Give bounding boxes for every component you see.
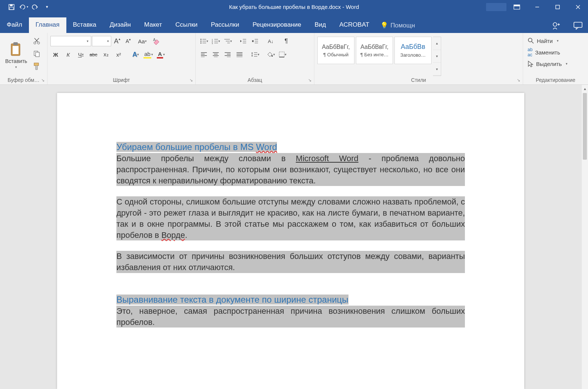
copy-button[interactable] (32, 49, 42, 59)
line-spacing-button[interactable]: ▾ (250, 49, 260, 60)
font-size-combo[interactable]: ▾ (92, 36, 111, 46)
save-button[interactable] (7, 2, 16, 12)
tab-mailings[interactable]: Рассылки (204, 17, 246, 33)
style-heading1[interactable]: АаБбВв Заголово… (394, 37, 432, 64)
style-no-spacing[interactable]: АаБбВвГг, ¶ Без инте… (356, 37, 393, 64)
find-button[interactable]: Найти▾ (526, 37, 585, 45)
bold-button[interactable]: Ж (50, 49, 61, 60)
underline-button[interactable]: Ч▾ (76, 49, 86, 60)
tab-review[interactable]: Рецензирование (246, 17, 308, 33)
align-right-button[interactable] (222, 49, 233, 60)
gallery-down-icon[interactable]: ▾ (433, 50, 441, 63)
doc-paragraph4[interactable]: Это, наверное, самая распространенная пр… (116, 306, 465, 328)
sort-button[interactable]: А↓ (265, 36, 276, 46)
shading-button[interactable]: ▾ (265, 49, 276, 60)
tab-home[interactable]: Главная (29, 17, 66, 33)
vertical-scrollbar[interactable]: ▴ (581, 85, 588, 389)
gallery-up-icon[interactable]: ▴ (433, 37, 441, 50)
paste-button[interactable]: Вставить ▾ (3, 34, 29, 76)
redo-button[interactable] (30, 2, 40, 12)
tab-file[interactable]: Файл (0, 17, 29, 33)
font-dialog-launcher[interactable]: ↘ (189, 78, 195, 83)
text-effects-button[interactable]: A▾ (131, 49, 141, 60)
svg-rect-1 (10, 4, 13, 6)
align-left-button[interactable] (199, 49, 209, 60)
tab-insert[interactable]: Вставка (66, 17, 103, 33)
svg-point-17 (37, 42, 40, 44)
scroll-thumb[interactable] (583, 93, 587, 160)
shrink-font-button[interactable]: A▾ (123, 36, 133, 46)
svg-line-69 (532, 41, 534, 43)
clipboard-dialog-launcher[interactable]: ↘ (41, 78, 46, 83)
comments-icon[interactable] (573, 21, 583, 30)
strikethrough-button[interactable]: abc (88, 49, 99, 60)
numbering-button[interactable]: 123▾ (211, 36, 221, 46)
ribbon-display-options[interactable] (506, 0, 527, 14)
tab-references[interactable]: Ссылки (169, 17, 204, 33)
clear-formatting-button[interactable]: A (151, 36, 162, 46)
bullets-button[interactable]: ▾ (199, 36, 209, 46)
svg-point-65 (271, 55, 273, 57)
paste-label: Вставить (5, 58, 27, 64)
borders-button[interactable]: ▾ (277, 49, 288, 60)
doc-paragraph2[interactable]: С одной стороны, слишком большие отступы… (116, 196, 465, 240)
svg-point-24 (200, 39, 201, 40)
subscript-button[interactable]: x₂ (101, 49, 111, 60)
scroll-up-button[interactable]: ▴ (582, 85, 588, 92)
italic-button[interactable]: К (63, 49, 73, 60)
account-placeholder[interactable] (486, 0, 506, 14)
qat-customize[interactable]: ▾ (42, 2, 52, 12)
svg-point-26 (200, 41, 201, 42)
align-left-icon (201, 52, 207, 57)
show-marks-button[interactable]: ¶ (281, 36, 291, 46)
superscript-button[interactable]: x² (113, 49, 124, 60)
multilevel-list-button[interactable]: ▾ (222, 36, 233, 46)
doc-paragraph3[interactable]: В зависимости от причины возникновения б… (116, 251, 465, 273)
group-label-styles: Стили (317, 76, 520, 84)
tab-design[interactable]: Дизайн (103, 17, 138, 33)
group-label-paragraph: Абзац (199, 76, 311, 84)
styles-gallery-more[interactable]: ▴ ▾ ▾ (433, 37, 441, 76)
cut-button[interactable] (32, 36, 42, 46)
style-name: ¶ Без инте… (360, 52, 389, 57)
doc-heading1[interactable]: Убираем большие пробелы в MS Word (116, 142, 277, 152)
svg-rect-22 (34, 63, 39, 66)
tab-acrobat[interactable]: ACROBAT (333, 17, 376, 33)
styles-gallery[interactable]: АаБбВвГг, ¶ Обычный АаБбВвГг, ¶ Без инте… (317, 37, 441, 76)
svg-rect-2 (10, 7, 13, 10)
share-icon[interactable] (552, 21, 561, 30)
page[interactable]: Убираем большие пробелы в MS Word Больши… (57, 93, 524, 389)
highlight-button[interactable]: ab▾ (143, 49, 153, 60)
close-button[interactable] (568, 0, 588, 14)
change-case-button[interactable]: Aa▾ (137, 36, 148, 46)
outdent-icon (240, 38, 247, 44)
font-color-button[interactable]: A▾ (156, 49, 166, 60)
replace-button[interactable]: abac Заменить (526, 46, 585, 58)
titlebar: ▾ ▾ Как убрать большие пробелы в Ворде.d… (0, 0, 588, 14)
decrease-indent-button[interactable] (238, 36, 248, 46)
doc-heading2[interactable]: Выравнивание текста в документе по ширин… (116, 295, 348, 305)
window-controls (486, 0, 588, 14)
gallery-more-icon[interactable]: ▾ (433, 63, 441, 76)
svg-rect-66 (279, 52, 284, 57)
grow-font-button[interactable]: A▴ (112, 36, 122, 46)
tab-view[interactable]: Вид (308, 17, 333, 33)
format-painter-button[interactable] (32, 61, 42, 72)
style-normal[interactable]: АаБбВвГг, ¶ Обычный (317, 37, 354, 64)
increase-indent-button[interactable] (250, 36, 260, 46)
tab-layout[interactable]: Макет (138, 17, 169, 33)
justify-button[interactable] (234, 49, 245, 60)
align-center-button[interactable] (211, 49, 221, 60)
styles-dialog-launcher[interactable]: ↘ (517, 78, 522, 83)
doc-paragraph1[interactable]: Большие пробелы между словами в Microsof… (116, 153, 465, 186)
select-button[interactable]: Выделить▾ (526, 60, 585, 68)
svg-rect-15 (13, 46, 19, 54)
document-area[interactable]: Убираем большие пробелы в MS Word Больши… (0, 85, 581, 389)
minimize-button[interactable] (527, 0, 547, 14)
tell-me-search[interactable]: 💡 Помощн (376, 18, 419, 33)
undo-button[interactable]: ▾ (19, 2, 28, 12)
maximize-button[interactable] (547, 0, 568, 14)
font-name-combo[interactable]: ▾ (50, 36, 91, 46)
document-title: Как убрать большие пробелы в Ворде.docx … (229, 4, 359, 10)
paragraph-dialog-launcher[interactable]: ↘ (308, 78, 313, 83)
